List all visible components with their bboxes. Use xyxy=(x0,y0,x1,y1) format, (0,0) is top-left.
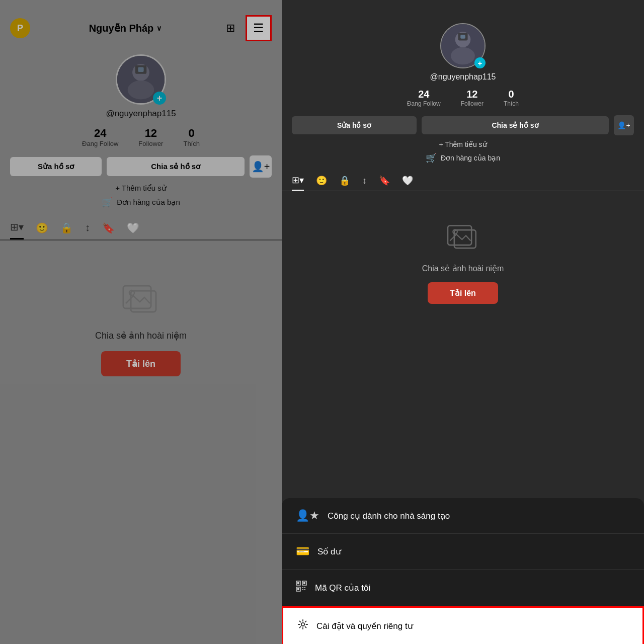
right-user-handle: @nguyenphap115 xyxy=(430,72,496,82)
right-content-area: Chia sẻ ảnh hoài niệm Tải lên xyxy=(282,191,644,304)
right-memory-title: Chia sẻ ảnh hoài niệm xyxy=(422,264,504,273)
svg-rect-24 xyxy=(302,589,303,590)
svg-rect-19 xyxy=(303,582,305,584)
right-edit-profile-button[interactable]: Sửa hồ sơ xyxy=(292,116,417,134)
right-tabs-row: ⊞▾ 🙂 🔒 ↕ 🔖 🤍 xyxy=(282,170,644,191)
settings-icon xyxy=(297,619,308,633)
gear-svg xyxy=(297,619,308,630)
svg-rect-21 xyxy=(297,588,299,590)
right-upload-button[interactable]: Tải lên xyxy=(428,282,498,304)
right-orders-label: Đơn hàng của bạn xyxy=(441,154,500,162)
balance-label: Số dư xyxy=(317,546,341,557)
qr-svg xyxy=(296,581,307,592)
right-tab-repost[interactable]: ↕ xyxy=(362,176,367,190)
right-follower-count: 12 xyxy=(466,89,477,100)
left-panel: P Nguyễn Pháp ∨ ⊞ ☰ xyxy=(0,0,282,644)
right-add-bio-link[interactable]: + Thêm tiểu sử xyxy=(282,140,644,148)
menu-overlay: 👤★ Công cụ dành cho nhà sáng tạo 💳 Số dư xyxy=(282,498,644,644)
right-share-profile-button[interactable]: Chia sẻ hồ sơ xyxy=(422,116,609,134)
right-avatar-wrapper: + xyxy=(440,23,486,68)
svg-rect-12 xyxy=(460,35,465,39)
right-memory-icon xyxy=(445,221,480,259)
right-stats-row: 24 Đang Follow 12 Follower 0 Thích xyxy=(282,89,644,107)
svg-rect-17 xyxy=(297,582,299,584)
right-add-avatar-button[interactable]: + xyxy=(474,57,486,68)
right-likes-count: 0 xyxy=(508,89,514,100)
balance-icon: 💳 xyxy=(296,545,309,558)
right-follower-label: Follower xyxy=(461,100,484,107)
right-cart-icon: 🛒 xyxy=(426,152,437,164)
right-panel: + @nguyenphap115 24 Đang Follow 12 Follo… xyxy=(282,0,644,644)
svg-rect-13 xyxy=(448,226,471,246)
right-action-buttons: Sửa hồ sơ Chia sẻ hồ sơ 👤+ xyxy=(282,115,644,135)
menu-item-balance[interactable]: 💳 Số dư xyxy=(282,534,644,570)
right-memory-svg xyxy=(445,221,480,252)
right-tab-grid[interactable]: ⊞▾ xyxy=(292,175,304,191)
qr-label: Mã QR của tôi xyxy=(315,583,370,593)
svg-rect-22 xyxy=(302,587,303,588)
right-top-bar xyxy=(282,0,644,23)
menu-item-creator-tools[interactable]: 👤★ Công cụ dành cho nhà sáng tạo xyxy=(282,498,644,534)
right-tab-bookmark[interactable]: 🔖 xyxy=(379,175,390,190)
right-orders-link[interactable]: 🛒 Đơn hàng của bạn xyxy=(282,152,644,164)
right-add-friend-button[interactable]: 👤+ xyxy=(614,115,634,135)
qr-icon xyxy=(296,581,307,595)
menu-item-qr[interactable]: Mã QR của tôi xyxy=(282,570,644,606)
right-add-person-icon: 👤+ xyxy=(617,121,630,129)
right-tab-face[interactable]: 🙂 xyxy=(316,175,327,190)
svg-rect-25 xyxy=(304,589,305,590)
svg-point-26 xyxy=(301,623,304,626)
right-following-label: Đang Follow xyxy=(407,100,441,107)
right-stat-likes: 0 Thích xyxy=(504,89,519,107)
right-tab-heart[interactable]: 🤍 xyxy=(402,175,413,190)
right-tab-lock[interactable]: 🔒 xyxy=(339,175,350,190)
right-avatar-section: + @nguyenphap115 xyxy=(282,23,644,82)
right-stat-following: 24 Đang Follow xyxy=(407,89,441,107)
right-following-count: 24 xyxy=(418,89,429,100)
svg-point-10 xyxy=(451,47,475,64)
settings-label: Cài đặt và quyền riêng tư xyxy=(316,621,413,631)
right-likes-label: Thích xyxy=(504,100,519,107)
app-container: P Nguyễn Pháp ∨ ⊞ ☰ xyxy=(0,0,644,644)
creator-tools-label: Công cụ dành cho nhà sáng tạo xyxy=(328,511,450,521)
menu-item-settings[interactable]: Cài đặt và quyền riêng tư xyxy=(282,606,644,644)
right-stat-follower: 12 Follower xyxy=(461,89,484,107)
creator-tools-icon: 👤★ xyxy=(296,509,319,522)
left-overlay xyxy=(0,0,282,644)
svg-rect-23 xyxy=(304,587,305,588)
